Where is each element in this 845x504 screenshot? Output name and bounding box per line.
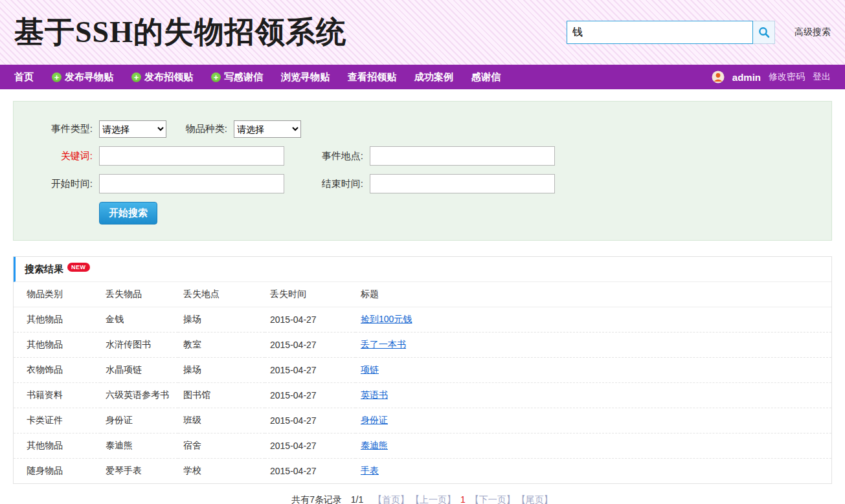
post-title-link[interactable]: 丢了一本书: [361, 339, 406, 349]
nav-item-label: 感谢信: [471, 71, 501, 83]
keyword-label: 关键词:: [14, 150, 99, 162]
column-header-item: 丢失物品: [100, 282, 178, 307]
cell-item: 泰迪熊: [100, 433, 178, 459]
table-row: 书籍资料 六级英语参考书 图书馆 2015-04-27 英语书: [14, 383, 831, 408]
plus-icon: +: [52, 72, 62, 82]
cell-category: 其他物品: [14, 307, 100, 333]
column-header-category: 物品类别: [14, 282, 100, 307]
cell-category: 其他物品: [14, 333, 100, 358]
results-header: 搜索结果 NEW: [14, 257, 831, 282]
end-time-label: 结束时间:: [284, 178, 370, 190]
cell-item: 六级英语参考书: [100, 383, 178, 408]
cell-date: 2015-04-27: [265, 307, 355, 333]
cell-place: 教室: [178, 333, 265, 358]
nav-item-browse-lost[interactable]: 浏览寻物贴: [281, 71, 330, 83]
form-row-submit: 开始搜索: [14, 202, 831, 225]
next-page-link[interactable]: 【下一页】: [470, 494, 515, 504]
cell-item: 水浒传图书: [100, 333, 178, 358]
column-header-place: 丢失地点: [178, 282, 265, 307]
cell-item: 水晶项链: [100, 358, 178, 383]
page: 基于SSH的失物招领系统 高级搜索 首页 + 发布寻物贴: [0, 0, 845, 504]
cell-date: 2015-04-27: [265, 408, 355, 433]
current-page: 1: [460, 494, 466, 504]
table-row: 衣物饰品 水晶项链 操场 2015-04-27 项链: [14, 358, 831, 383]
keyword-input[interactable]: [99, 146, 284, 166]
post-title-link[interactable]: 项链: [361, 364, 379, 375]
header-search: [567, 21, 775, 44]
results-title: 搜索结果: [25, 263, 63, 276]
table-header-row: 物品类别 丢失物品 丢失地点 丢失时间 标题: [14, 282, 831, 307]
logout-link[interactable]: 登出: [813, 71, 831, 83]
search-icon: [758, 27, 770, 38]
table-row: 其他物品 水浒传图书 教室 2015-04-27 丢了一本书: [14, 333, 831, 358]
cell-item: 金钱: [100, 307, 178, 333]
event-type-label: 事件类型:: [14, 123, 99, 135]
main-nav: 首页 + 发布寻物贴 + 发布招领贴 + 写感谢信 浏览寻物贴 查看招领贴 成功…: [0, 65, 845, 89]
post-title-link[interactable]: 捡到100元钱: [361, 314, 412, 324]
post-title-link[interactable]: 英语书: [361, 389, 388, 400]
results-table: 物品类别 丢失物品 丢失地点 丢失时间 标题 其他物品 金钱 操场 2015-0…: [14, 282, 831, 483]
nav-item-success-cases[interactable]: 成功案例: [414, 71, 453, 83]
nav-item-home[interactable]: 首页: [14, 71, 34, 83]
nav-item-label: 浏览寻物贴: [281, 71, 330, 83]
cell-category: 卡类证件: [14, 408, 100, 433]
cell-date: 2015-04-27: [265, 383, 355, 408]
nav-item-write-thanks[interactable]: + 写感谢信: [211, 71, 263, 83]
cell-category: 其他物品: [14, 433, 100, 459]
nav-item-label: 成功案例: [414, 71, 453, 83]
location-input[interactable]: [370, 146, 555, 166]
nav-item-thanks-letters[interactable]: 感谢信: [471, 71, 501, 83]
item-category-label: 物品种类:: [166, 123, 234, 135]
event-type-select[interactable]: 请选择: [99, 120, 166, 138]
nav-user-area: admin 修改密码 登出: [712, 71, 831, 83]
nav-item-post-found[interactable]: + 发布招领贴: [131, 71, 193, 83]
last-page-link[interactable]: 【尾页】: [517, 494, 553, 504]
search-button[interactable]: [753, 21, 775, 44]
cell-category: 衣物饰品: [14, 358, 100, 383]
plus-icon: +: [211, 72, 221, 82]
advanced-search-link[interactable]: 高级搜索: [794, 27, 831, 38]
nav-item-label: 发布寻物贴: [65, 71, 113, 83]
table-row: 其他物品 金钱 操场 2015-04-27 捡到100元钱: [14, 307, 831, 333]
cell-place: 学校: [178, 459, 265, 484]
cell-date: 2015-04-27: [265, 333, 355, 358]
records-total: 共有7条记录: [291, 494, 342, 504]
cell-date: 2015-04-27: [265, 459, 355, 484]
end-time-input[interactable]: [370, 174, 555, 193]
cell-date: 2015-04-27: [265, 358, 355, 383]
post-title-link[interactable]: 泰迪熊: [361, 440, 388, 450]
cell-place: 图书馆: [178, 383, 265, 408]
username: admin: [732, 72, 761, 83]
start-time-label: 开始时间:: [14, 178, 99, 190]
results-panel: 搜索结果 NEW 物品类别 丢失物品 丢失地点 丢失时间 标题 其他物品: [13, 256, 832, 484]
first-page-link[interactable]: 【首页】: [373, 494, 409, 504]
search-form-panel: 事件类型: 请选择 物品种类: 请选择 关键词: 事件地点: 开始时间: 结束时…: [13, 101, 832, 241]
prev-page-link[interactable]: 【上一页】: [411, 494, 456, 504]
nav-item-label: 首页: [14, 71, 34, 83]
main-content: 事件类型: 请选择 物品种类: 请选择 关键词: 事件地点: 开始时间: 结束时…: [0, 101, 845, 504]
cell-place: 操场: [178, 307, 265, 333]
form-row-types: 事件类型: 请选择 物品种类: 请选择: [14, 120, 831, 138]
item-category-select[interactable]: 请选择: [234, 120, 301, 138]
column-header-title: 标题: [355, 282, 831, 307]
start-time-input[interactable]: [99, 174, 284, 193]
table-row: 卡类证件 身份证 班级 2015-04-27 身份证: [14, 408, 831, 433]
location-label: 事件地点:: [284, 150, 370, 162]
cell-item: 爱琴手表: [100, 459, 178, 484]
start-search-button[interactable]: 开始搜索: [99, 202, 157, 225]
column-header-date: 丢失时间: [265, 282, 355, 307]
change-password-link[interactable]: 修改密码: [769, 71, 805, 83]
nav-item-label: 写感谢信: [224, 71, 263, 83]
nav-item-view-found[interactable]: 查看招领贴: [348, 71, 396, 83]
new-badge: NEW: [67, 263, 90, 272]
form-row-times: 开始时间: 结束时间:: [14, 174, 831, 193]
post-title-link[interactable]: 身份证: [361, 415, 388, 425]
header-search-input[interactable]: [567, 21, 753, 44]
cell-category: 随身物品: [14, 459, 100, 484]
cell-item: 身份证: [100, 408, 178, 433]
cell-place: 班级: [178, 408, 265, 433]
nav-item-post-lost[interactable]: + 发布寻物贴: [52, 71, 113, 83]
nav-item-label: 查看招领贴: [348, 71, 396, 83]
post-title-link[interactable]: 手表: [361, 465, 379, 476]
site-header: 基于SSH的失物招领系统 高级搜索: [0, 0, 845, 65]
